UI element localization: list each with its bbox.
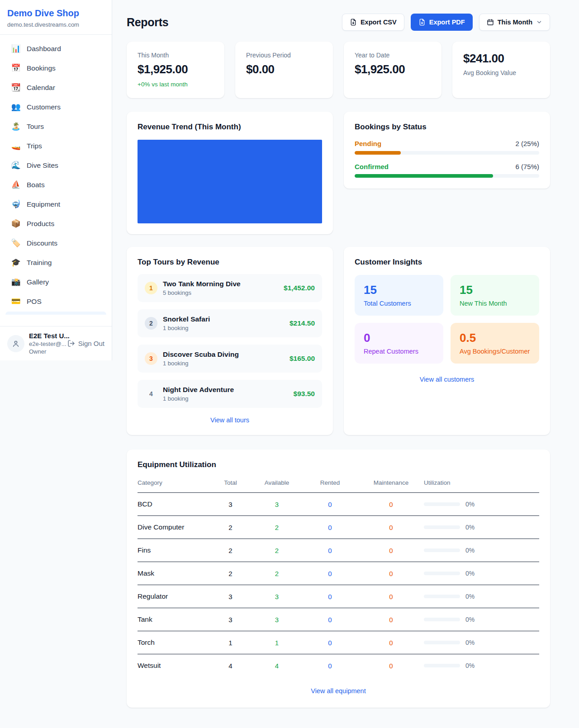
tile-value: 15 — [460, 283, 530, 297]
sidebar-item-tours[interactable]: 🏝️ Tours — [5, 117, 106, 136]
sidebar-header: Demo Dive Shop demo.test.divestreams.com — [0, 0, 112, 35]
tile-value: 15 — [364, 283, 434, 297]
sidebar-item-calendar[interactable]: 📆 Calendar — [5, 78, 106, 97]
rank-badge: 4 — [145, 388, 157, 400]
sidebar-item-label: Tours — [27, 123, 44, 131]
tour-name: Two Tank Morning Dive — [163, 280, 241, 288]
sidebar-item-training[interactable]: 🎓 Training — [5, 253, 106, 272]
progress-bar-track — [355, 174, 539, 178]
table-row: Fins 2 2 0 0 0% — [138, 539, 539, 562]
sidebar-item-customers[interactable]: 👥 Customers — [5, 98, 106, 116]
equipment-table: Category Total Available Rented Maintena… — [138, 475, 539, 677]
sidebar-item-label: Equipment — [27, 200, 60, 208]
table-row: Mask 2 2 0 0 0% — [138, 562, 539, 585]
cell-category: Fins — [138, 539, 209, 562]
tour-row: 1 Two Tank Morning Dive 5 bookings $1,45… — [138, 274, 322, 302]
insight-tiles: 15 Total Customers 15 New This Month 0 R… — [355, 275, 539, 364]
period-dropdown[interactable]: This Month — [479, 14, 550, 31]
cell-utilization: 0% — [424, 654, 539, 677]
sidebar-item-trips[interactable]: 🚤 Trips — [5, 137, 106, 155]
cell-category: Torch — [138, 631, 209, 654]
cell-available: 4 — [252, 654, 302, 677]
sidebar-item-discounts[interactable]: 🏷️ Discounts — [5, 234, 106, 252]
chevron-down-icon — [536, 19, 542, 25]
top-tours-card: Top Tours by Revenue 1 Two Tank Morning … — [127, 247, 333, 435]
charts-row: Revenue Trend (This Month) Bookings by S… — [127, 112, 550, 234]
top-tours-title: Top Tours by Revenue — [138, 258, 322, 267]
page-title: Reports — [127, 16, 168, 29]
sidebar-item-dashboard[interactable]: 📊 Dashboard — [5, 39, 106, 58]
utilization-percent: 0% — [465, 639, 475, 646]
status-label: Pending — [355, 140, 381, 147]
cell-maintenance: 0 — [358, 493, 424, 516]
cell-category: Dive Computer — [138, 516, 209, 539]
tile-label: Avg Bookings/Customer — [460, 348, 530, 355]
sidebar-item-boats[interactable]: ⛵ Boats — [5, 175, 106, 194]
utilization-bar-track — [424, 664, 460, 667]
sidebar-item-equipment[interactable]: 🤿 Equipment — [5, 195, 106, 213]
credit-card-icon: 💳 — [11, 297, 21, 306]
cell-rented: 0 — [302, 562, 358, 585]
sidebar-item-label: Customers — [27, 103, 61, 111]
revenue-trend-chart — [138, 140, 322, 223]
stat-value: $1,925.00 — [138, 62, 214, 76]
shop-name-link[interactable]: Demo Dive Shop — [7, 8, 104, 19]
cell-maintenance: 0 — [358, 608, 424, 631]
wave-icon: 🌊 — [11, 161, 21, 170]
sidebar-item-label: POS — [27, 298, 42, 306]
sidebar-item-products[interactable]: 📦 Products — [5, 214, 106, 233]
main-content: Reports Export CSV Export PDF — [112, 0, 579, 728]
cell-rented: 0 — [302, 608, 358, 631]
revenue-trend-title: Revenue Trend (This Month) — [138, 123, 322, 132]
cell-available: 2 — [252, 562, 302, 585]
tour-revenue: $165.00 — [290, 355, 315, 363]
progress-bar-fill — [355, 151, 401, 155]
rank-badge: 2 — [145, 317, 157, 330]
tours-island-icon: 🏝️ — [11, 122, 21, 131]
sidebar-item-bookings[interactable]: 📅 Bookings — [5, 59, 106, 77]
graduation-cap-icon: 🎓 — [11, 258, 21, 267]
cell-category: BCD — [138, 493, 209, 516]
cell-utilization: 0% — [424, 562, 539, 585]
cell-total: 2 — [209, 516, 252, 539]
sign-out-label: Sign Out — [78, 340, 104, 347]
table-row: Regulator 3 3 0 0 0% — [138, 585, 539, 608]
cell-maintenance: 0 — [358, 631, 424, 654]
status-count: 6 (75%) — [515, 163, 539, 170]
utilization-bar-track — [424, 618, 460, 621]
page-header: Reports Export CSV Export PDF — [127, 14, 550, 31]
user-name: E2E Test U... — [29, 332, 63, 340]
table-row: BCD 3 3 0 0 0% — [138, 493, 539, 516]
cell-total: 2 — [209, 539, 252, 562]
avatar — [7, 335, 24, 352]
tour-row: 2 Snorkel Safari 1 booking $214.50 — [138, 309, 322, 337]
utilization-percent: 0% — [465, 547, 475, 554]
rank-badge: 3 — [145, 352, 157, 365]
tour-row: 3 Discover Scuba Diving 1 booking $165.0… — [138, 345, 322, 373]
sidebar-item-dive-sites[interactable]: 🌊 Dive Sites — [5, 156, 106, 175]
stat-label: Avg Booking Value — [463, 69, 539, 76]
sidebar-item-label: Training — [27, 259, 52, 267]
export-pdf-button[interactable]: Export PDF — [411, 14, 473, 31]
utilization-percent: 0% — [465, 616, 475, 623]
tour-bookings: 5 bookings — [163, 289, 241, 296]
sidebar-item-active-partial[interactable] — [5, 312, 106, 315]
table-row: Wetsuit 4 4 0 0 0% — [138, 654, 539, 677]
cell-rented: 0 — [302, 631, 358, 654]
view-all-customers-link[interactable]: View all customers — [420, 376, 475, 383]
view-all-equipment-link[interactable]: View all equipment — [311, 687, 365, 695]
sidebar-item-gallery[interactable]: 📸 Gallery — [5, 273, 106, 291]
view-all-tours-link[interactable]: View all tours — [210, 416, 249, 424]
tour-revenue: $93.50 — [294, 390, 315, 398]
user-email: e2e-tester@... — [29, 340, 63, 347]
column-header-total: Total — [209, 475, 252, 493]
cell-available: 1 — [252, 631, 302, 654]
export-csv-button[interactable]: Export CSV — [342, 14, 404, 31]
sign-out-button[interactable]: Sign Out — [67, 340, 104, 347]
trips-speedboat-icon: 🚤 — [11, 141, 21, 151]
status-label: Confirmed — [355, 163, 389, 170]
sidebar-item-pos[interactable]: 💳 POS — [5, 292, 106, 311]
camera-icon: 📸 — [11, 277, 21, 287]
cell-rented: 0 — [302, 516, 358, 539]
sidebar-item-label: Discounts — [27, 239, 57, 247]
